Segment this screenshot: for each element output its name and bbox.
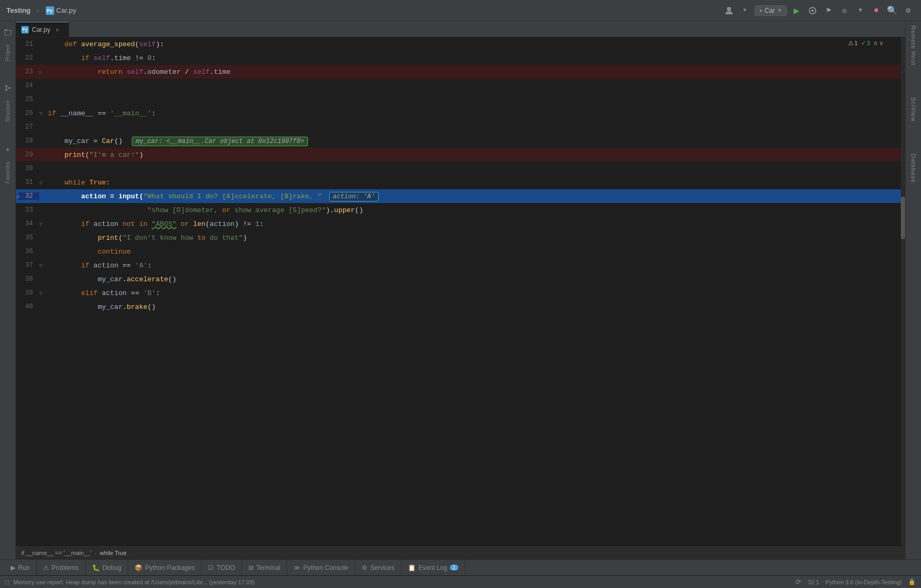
tab-debug[interactable]: 🐛 Debug (86, 560, 128, 576)
current-line-indicator: ▷ (17, 193, 21, 200)
table-row: 21 def average_speed(self): (16, 37, 905, 51)
table-row: ▷ 32 action = input("What should I do? [… (16, 189, 905, 203)
table-row: 22 if self.time != 0: (16, 51, 905, 65)
table-row: 34 ▽ if action not in "ABOS" or len(acti… (16, 217, 905, 231)
search-button[interactable]: 🔍 (886, 4, 899, 17)
debug-icon[interactable] (806, 4, 819, 17)
table-row: 40 my_car.brake() (16, 300, 905, 314)
line-number: ▶ 26 (18, 110, 39, 117)
line-number: 25 (18, 96, 39, 103)
run-tab-label: Run (18, 564, 30, 572)
sidebar-item-project[interactable] (1, 26, 15, 39)
file-type-icon: Py (46, 6, 54, 15)
tab-python-console[interactable]: ≫ Python Console (287, 560, 355, 576)
status-position: 32:1 (808, 579, 819, 585)
file-tab[interactable]: Py Car.py × (16, 22, 69, 37)
code-content: while True: (48, 179, 905, 187)
inline-value-hint: my_car: <__main__.Car object at 0x12c190… (132, 137, 308, 146)
status-message: Memory use report: Heap dump has been cr… (13, 579, 255, 585)
code-area[interactable]: ⚠ 1 ✓ 3 ∧ ∨ 21 def average_speed(sel (16, 37, 905, 545)
favorites-label[interactable]: Favorites (5, 162, 11, 183)
code-content: def average_speed(self): (48, 40, 905, 48)
line-number: 24 (18, 82, 39, 89)
structure-label[interactable]: Structure (5, 100, 11, 122)
event-log-badge: 1 (450, 565, 458, 570)
table-row: 36 continue (16, 245, 905, 258)
table-row: ▶ 26 ▽ if __name__ == '__main__': (16, 106, 905, 120)
tab-event-log[interactable]: 📋 Event Log 1 (401, 560, 465, 576)
coverage-icon[interactable]: ⚑ (822, 4, 835, 17)
table-row: 35 print("I don't know how to do that") (16, 231, 905, 245)
tab-python-packages[interactable]: 📦 Python Packages (128, 560, 202, 576)
sidebar-item-structure[interactable] (1, 81, 15, 95)
breadcrumb-separator: › (37, 6, 39, 14)
svg-rect-3 (5, 30, 11, 35)
packages-tab-label: Python Packages (145, 564, 195, 572)
table-row: 31 ▽ while True: (16, 175, 905, 189)
status-right: ⟳ 32:1 Python 3.6 (In-Depth-Testing) 🔒 (796, 578, 916, 586)
breadcrumb-arrow: › (95, 550, 97, 556)
packages-tab-icon: 📦 (135, 564, 143, 572)
database-label[interactable]: Database (910, 154, 917, 183)
fold-icon[interactable]: ▽ (39, 111, 43, 117)
table-row: 29 print("I'm a car!") (16, 148, 905, 162)
top-file-label: Car.py (56, 6, 77, 14)
code-lines: 21 def average_speed(self): 22 if self.t… (16, 37, 905, 545)
code-content: continue (48, 248, 905, 256)
svg-point-2 (811, 10, 814, 12)
debug-tab-icon: 🐛 (92, 564, 100, 572)
remote-host-label[interactable]: Remote Host (910, 26, 917, 65)
code-content: if action not in "ABOS" or len(action) !… (48, 220, 905, 228)
tab-terminal[interactable]: ⊞ Terminal (242, 560, 287, 576)
code-content: elif action == 'B': (48, 289, 905, 297)
fold-icon[interactable]: ▽ (39, 180, 43, 186)
line-number: 30 (18, 165, 39, 172)
todo-tab-label: TODO (216, 564, 235, 572)
breadcrumb-item-while[interactable]: while True (100, 550, 127, 556)
terminal-tab-icon: ⊞ (248, 564, 254, 572)
line-number: 35 (18, 234, 39, 241)
more-run-icon[interactable]: ▼ (854, 4, 867, 17)
fold-icon[interactable]: ▽ (39, 222, 43, 228)
line-number: 27 (18, 123, 39, 131)
fold-icon[interactable]: ▽ (39, 291, 43, 297)
run-button[interactable]: ▶ (790, 4, 803, 17)
tab-close-button[interactable]: × (56, 27, 59, 33)
breadcrumb-item-main[interactable]: if __name__ == '__main__' (21, 550, 91, 556)
sciview-label[interactable]: SciView (910, 97, 917, 122)
tab-problems[interactable]: ⚠ Problems (37, 560, 86, 576)
problems-tab-label: Problems (52, 564, 79, 572)
code-content: print("I'm a car!") (48, 151, 905, 159)
line-number: 33 (18, 206, 39, 214)
sidebar-item-favorites[interactable]: ★ (1, 142, 15, 156)
settings-button[interactable]: ⚙ (902, 4, 915, 17)
scroll-track[interactable] (901, 37, 905, 545)
line-number: 29 (18, 151, 39, 158)
main-area: Project Structure ★ Favorites Py Car.py … (0, 21, 921, 559)
status-python-version: Python 3.6 (In-Depth-Testing) (825, 579, 902, 585)
svg-point-0 (727, 7, 731, 11)
table-row: 27 (16, 120, 905, 134)
run-config-dropdown[interactable]: ● Car ▼ (755, 5, 787, 16)
tab-services[interactable]: ⚙ Services (355, 560, 401, 576)
line-number: 36 (18, 248, 39, 255)
services-tab-icon: ⚙ (362, 564, 367, 572)
tab-run[interactable]: ▶ Run (4, 560, 37, 576)
fold-icon[interactable]: ▷ (39, 70, 43, 75)
scroll-thumb[interactable] (901, 197, 905, 239)
gutter-fold: ▽ (39, 220, 48, 228)
dropdown-icon[interactable]: ▼ (739, 4, 751, 17)
top-bar-right: ▼ ● Car ▼ ▶ ⚑ ◎ ▼ ■ 🔍 ⚙ (723, 4, 915, 17)
project-label[interactable]: Project (5, 45, 11, 61)
console-tab-label: Python Console (303, 564, 348, 572)
tab-file-icon: Py (21, 26, 29, 33)
eventlog-tab-icon: 📋 (408, 564, 416, 572)
table-row: 24 (16, 79, 905, 93)
line-number: 34 (18, 220, 39, 228)
profile-icon[interactable]: ◎ (838, 4, 851, 17)
user-icon[interactable] (723, 4, 735, 17)
top-bar: Testing › Py Car.py ▼ ● Car ▼ ▶ ⚑ ◎ ▼ ■ … (0, 0, 921, 21)
tab-todo[interactable]: ☑ TODO (202, 560, 241, 576)
stop-button[interactable]: ■ (870, 4, 883, 17)
fold-icon[interactable]: ▽ (39, 263, 43, 269)
